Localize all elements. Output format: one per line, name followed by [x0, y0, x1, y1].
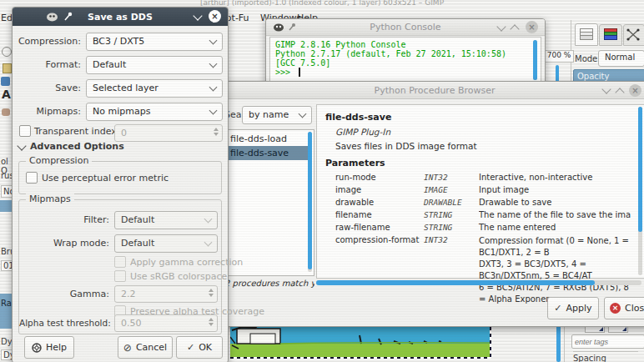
- close-icon[interactable]: ×: [526, 21, 538, 33]
- transparent-index-value: 0: [121, 128, 127, 138]
- spin-up-icon[interactable]: [209, 318, 214, 321]
- chevron-down-icon: [204, 239, 213, 247]
- text-cursor: [299, 68, 300, 77]
- spin-up-icon[interactable]: [214, 128, 219, 131]
- gamma-correction-label: Apply gamma correction: [130, 257, 243, 268]
- mipmaps-combo[interactable]: No mipmaps: [86, 103, 223, 121]
- save-dds-titlebar[interactable]: Save as DDS ×: [13, 8, 228, 26]
- list-item-file-dds-save[interactable]: file-dds-save: [226, 146, 308, 160]
- alpha-threshold-label: Alpha test threshold:: [19, 318, 109, 328]
- brush-corner-mark: [622, 327, 626, 331]
- layer-mode-value: Normal: [605, 53, 635, 62]
- format-label: Format:: [13, 59, 81, 70]
- list-scrollbar-thumb[interactable]: [308, 132, 312, 269]
- tab-layers[interactable]: [575, 23, 598, 46]
- param-row: raw-filename STRING The name entered: [335, 223, 631, 234]
- cancel-button-label: Cancel: [136, 342, 167, 353]
- gimp-screen: [arthur] (imported)-1.0 (Indexed colour,…: [0, 0, 644, 362]
- spin-down-icon[interactable]: [209, 323, 214, 326]
- param-type: STRING: [424, 210, 452, 219]
- srgb-checkbox[interactable]: [114, 270, 126, 282]
- console-output[interactable]: GIMP 2.8.16 Python Console Python 2.7.17…: [269, 37, 541, 82]
- list-item-file-dds-load[interactable]: file-dds-load: [226, 132, 308, 146]
- procedure-kind: GIMP Plug-In: [335, 127, 390, 137]
- procedure-blurb: Saves files in DDS image format: [335, 141, 477, 151]
- search-mode-combo[interactable]: by name: [242, 106, 312, 124]
- spin-up-icon[interactable]: [209, 289, 214, 292]
- chevron-down-icon: [209, 83, 218, 92]
- list-scrollbar[interactable]: [308, 132, 312, 272]
- expander-chevron-icon[interactable]: [17, 141, 26, 150]
- procedure-browser-titlebar[interactable]: Python Procedure Browser ×: [219, 82, 644, 99]
- move-tool-icon[interactable]: [1, 77, 10, 86]
- close-icon[interactable]: ×: [209, 10, 221, 23]
- tab-channels[interactable]: [599, 24, 622, 46]
- alpha-threshold-spinner[interactable]: 0.50: [114, 314, 218, 332]
- text-tool-icon[interactable]: A: [2, 88, 11, 101]
- search-mode-value: by name: [249, 109, 289, 120]
- canvas-scrollbar-thumb[interactable]: [556, 322, 561, 362]
- check-icon: ✓: [187, 342, 194, 353]
- close-circle-icon: ×: [610, 303, 621, 314]
- spacing-label: Spacing: [573, 351, 638, 362]
- filter-value: Default: [121, 214, 154, 225]
- cancel-button[interactable]: ⊘ Cancel: [118, 336, 173, 359]
- format-combo[interactable]: Default: [86, 56, 223, 74]
- param-type: STRING: [424, 223, 452, 232]
- window-title: [arthur] (imported)-1.0 (Indexed colour,…: [0, 0, 644, 7]
- console-scrollbar-thumb[interactable]: [533, 40, 537, 80]
- param-desc: The name of the file to save the image a…: [479, 210, 631, 219]
- transparent-index-checkbox[interactable]: [19, 125, 31, 137]
- layers-icon: [580, 35, 593, 40]
- smudge-tool-icon[interactable]: [2, 108, 10, 116]
- pin-icon[interactable]: [288, 23, 296, 32]
- gamma-spinner[interactable]: 2.2: [114, 285, 218, 303]
- close-icon[interactable]: ×: [629, 84, 641, 97]
- opacity-label: Opacity: [577, 72, 609, 81]
- spin-down-icon[interactable]: [214, 133, 219, 136]
- brush-corner-mark: [599, 327, 603, 331]
- ellipse-select-icon[interactable]: [2, 47, 12, 57]
- channels-icon: [604, 35, 617, 40]
- param-name: image: [335, 185, 361, 194]
- mipmaps-group: Mipmaps Filter: Default Wrap mode: Defau…: [18, 199, 222, 334]
- procedure-detail-panel[interactable]: file-dds-save GIMP Plug-In Saves files i…: [316, 104, 644, 279]
- detail-scrollbar[interactable]: [638, 107, 642, 275]
- advanced-options-label[interactable]: Advanced Options: [30, 141, 124, 152]
- compression-group: Compression Use perceptual error metric: [18, 161, 222, 194]
- param-desc: The name entered: [479, 223, 556, 232]
- wrap-mode-combo[interactable]: Default: [114, 234, 218, 253]
- tab-paths[interactable]: [623, 24, 644, 46]
- console-scrollbar[interactable]: [533, 40, 537, 80]
- save-combo[interactable]: Selected layer: [86, 79, 223, 98]
- compression-combo[interactable]: BC3 / DXT5: [86, 33, 223, 51]
- srgb-label: Use sRGB colorspace: [130, 271, 227, 282]
- python-console-titlebar[interactable]: Python Console ×: [266, 19, 545, 36]
- detail-hscrollbar[interactable]: [316, 280, 641, 285]
- detail-hscrollbar-thumb[interactable]: [316, 280, 595, 285]
- layer-mode-combo[interactable]: Normal: [598, 50, 644, 67]
- help-button[interactable]: Help: [24, 336, 74, 359]
- spin-down-icon[interactable]: [209, 294, 214, 297]
- pin-icon[interactable]: [63, 12, 73, 22]
- canvas-scrollbar[interactable]: [556, 322, 561, 362]
- cancel-icon: ⊘: [123, 342, 132, 354]
- gamma-label: Gamma:: [19, 289, 109, 299]
- close-button[interactable]: × Close: [604, 297, 644, 319]
- apply-button[interactable]: ✓ Apply: [547, 297, 599, 319]
- gamma-correction-checkbox[interactable]: [114, 256, 126, 268]
- filter-combo[interactable]: Default: [114, 211, 218, 229]
- tags-input[interactable]: [571, 334, 644, 349]
- perceptual-metric-checkbox[interactable]: [26, 172, 38, 184]
- console-line: Python 2.7.17 (default, Feb 27 2021, 15:…: [275, 49, 506, 58]
- transparent-index-spinner[interactable]: 0: [114, 124, 223, 142]
- ok-button[interactable]: ✓ OK: [176, 336, 223, 359]
- procedure-list[interactable]: file-dds-load file-dds-save: [224, 129, 314, 276]
- detail-scrollbar-thumb[interactable]: [638, 107, 642, 232]
- mipmaps-value: No mipmaps: [93, 106, 150, 117]
- match-status: 2 procedures match your: [224, 279, 314, 288]
- wrap-mode-value: Default: [121, 238, 154, 249]
- fill-tool-icon[interactable]: [3, 63, 12, 73]
- console-line: [GCC 7.5.0]: [275, 58, 330, 68]
- zoom-indicator: 700 %: [544, 50, 574, 63]
